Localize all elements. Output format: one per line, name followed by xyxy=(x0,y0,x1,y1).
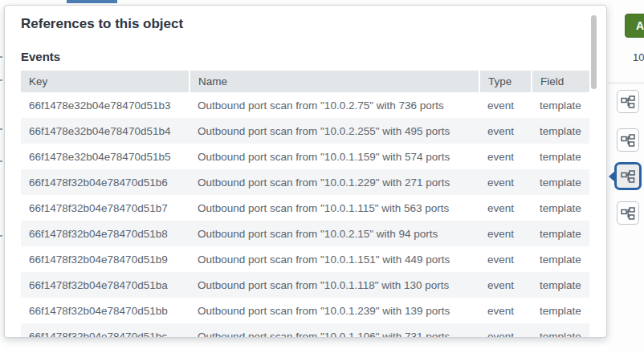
cell-name: Outbound port scan from "10.0.2.75" with… xyxy=(190,92,479,118)
hierarchy-icon xyxy=(621,170,635,183)
cell-type: event xyxy=(479,272,532,298)
modal-scrollbar-thumb[interactable] xyxy=(591,15,597,89)
table-row: 66f1478f32b04e78470d51b9Outbound port sc… xyxy=(21,246,589,272)
background-tick xyxy=(0,160,2,162)
cell-key: 66f1478e32b04e78470d51b4 xyxy=(21,118,190,144)
column-header-key: Key xyxy=(21,71,190,92)
cell-name: Outbound port scan from "10.0.1.239" wit… xyxy=(190,298,479,323)
cell-name: Outbound port scan from "10.0.2.255" wit… xyxy=(190,118,479,144)
page: A 10 References to this object Events Ke… xyxy=(0,0,644,353)
cell-name: Outbound port scan from "10.0.1.118" wit… xyxy=(190,272,479,298)
hierarchy-icon xyxy=(621,207,635,220)
cell-type: event xyxy=(479,169,532,195)
cell-key: 66f1478e32b04e78470d51b3 xyxy=(21,92,190,118)
cell-field: template xyxy=(532,92,589,118)
cell-key: 66f1478f32b04e78470d51b9 xyxy=(21,246,190,272)
background-tick xyxy=(0,235,2,237)
active-tab-indicator xyxy=(67,0,117,3)
table-row: 66f1478f32b04e78470d51b6Outbound port sc… xyxy=(21,169,589,195)
column-header-name: Name xyxy=(190,71,479,92)
modal-title: References to this object xyxy=(21,16,606,32)
column-header-field: Field xyxy=(532,71,589,92)
panel-divider xyxy=(609,83,644,83)
column-header-type: Type xyxy=(479,71,532,92)
references-modal: References to this object Events KeyName… xyxy=(4,5,607,338)
cell-key: 66f1478f32b04e78470d51b7 xyxy=(21,195,190,221)
cell-name: Outbound port scan from "10.0.1.106" wit… xyxy=(190,323,479,338)
reference-view-button[interactable] xyxy=(617,128,639,152)
background-tick xyxy=(0,128,2,130)
reference-view-button-selected[interactable] xyxy=(614,162,642,190)
cell-key: 66f1478f32b04e78470d51bc xyxy=(21,323,190,338)
cell-key: 66f1478e32b04e78470d51b5 xyxy=(21,144,190,169)
reference-view-button[interactable] xyxy=(617,90,639,113)
background-tick xyxy=(0,79,2,81)
reference-view-button[interactable] xyxy=(617,201,639,225)
cell-name: Outbound port scan from "10.0.1.115" wit… xyxy=(190,195,479,221)
apply-button[interactable]: A xyxy=(625,14,644,38)
table-header-row: KeyNameTypeField xyxy=(21,71,589,92)
hierarchy-icon xyxy=(621,95,635,108)
cell-field: template xyxy=(532,169,589,195)
cell-type: event xyxy=(479,323,532,338)
cell-type: event xyxy=(479,118,532,144)
cell-name: Outbound port scan from "10.0.1.151" wit… xyxy=(190,246,479,272)
cell-type: event xyxy=(479,298,532,323)
background-tick xyxy=(0,56,2,58)
cell-field: template xyxy=(532,118,589,144)
cell-key: 66f1478f32b04e78470d51ba xyxy=(21,272,190,298)
table-row: 66f1478e32b04e78470d51b4Outbound port sc… xyxy=(21,118,589,144)
table-row: 66f1478f32b04e78470d51b8Outbound port sc… xyxy=(21,221,589,246)
table-row: 66f1478f32b04e78470d51bcOutbound port sc… xyxy=(21,323,589,338)
cell-name: Outbound port scan from "10.0.1.229" wit… xyxy=(190,169,479,195)
table-row: 66f1478e32b04e78470d51b3Outbound port sc… xyxy=(21,92,589,118)
cell-name: Outbound port scan from "10.0.2.15" with… xyxy=(190,221,479,246)
cell-type: event xyxy=(479,246,532,272)
cell-type: event xyxy=(479,92,532,118)
table-row: 66f1478f32b04e78470d51b7Outbound port sc… xyxy=(21,195,589,221)
cell-key: 66f1478f32b04e78470d51b6 xyxy=(21,169,190,195)
side-panel: A 10 xyxy=(608,0,644,353)
cell-field: template xyxy=(532,272,589,298)
cell-name: Outbound port scan from "10.0.1.159" wit… xyxy=(190,144,479,169)
count-label: 10 xyxy=(633,51,644,63)
cell-key: 66f1478f32b04e78470d51bb xyxy=(21,298,190,323)
cell-field: template xyxy=(532,246,589,272)
cell-field: template xyxy=(532,144,589,169)
cell-key: 66f1478f32b04e78470d51b8 xyxy=(21,221,190,246)
cell-field: template xyxy=(532,298,589,323)
events-table: KeyNameTypeField 66f1478e32b04e78470d51b… xyxy=(21,71,589,338)
cell-type: event xyxy=(479,195,532,221)
table-row: 66f1478f32b04e78470d51bbOutbound port sc… xyxy=(21,298,589,323)
table-row: 66f1478f32b04e78470d51baOutbound port sc… xyxy=(21,272,589,298)
cell-type: event xyxy=(479,144,532,169)
cell-type: event xyxy=(479,221,532,246)
selected-button-pointer xyxy=(609,172,614,181)
table-row: 66f1478e32b04e78470d51b5Outbound port sc… xyxy=(21,144,589,169)
cell-field: template xyxy=(532,323,589,338)
cell-field: template xyxy=(532,195,589,221)
hierarchy-icon xyxy=(621,134,635,147)
cell-field: template xyxy=(532,221,589,246)
events-section-title: Events xyxy=(21,50,606,63)
